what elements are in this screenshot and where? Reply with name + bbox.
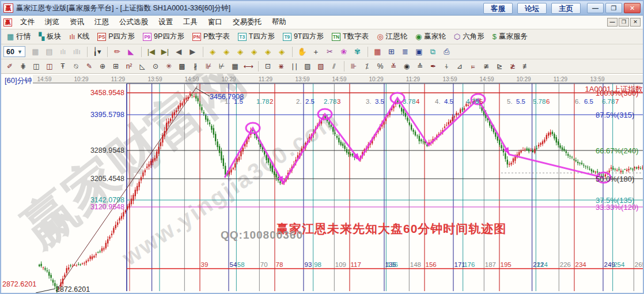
- target-tool-icon[interactable]: ⊕: [96, 61, 109, 72]
- period-combo[interactable]: 60▼: [3, 46, 25, 57]
- candle-style-icon[interactable]: ╽▾: [90, 46, 104, 58]
- j-angle-tool-icon[interactable]: ⫢: [467, 61, 479, 72]
- close-button[interactable]: ✕: [624, 3, 641, 13]
- z-angle-tool-icon[interactable]: ≢: [520, 61, 532, 72]
- chart-canvas[interactable]: 14:5910:2911:2913:5914:5910:2911:2913:59…: [1, 74, 644, 294]
- minimize-button[interactable]: —: [587, 3, 604, 13]
- menu-item[interactable]: 交易委托: [228, 16, 267, 29]
- report-view-icon[interactable]: ▤: [43, 46, 56, 58]
- restore-button[interactable]: ❐: [605, 3, 622, 13]
- gold-line-tool-icon[interactable]: ≙: [414, 61, 426, 72]
- percent-line-tool-icon[interactable]: ≚: [387, 61, 400, 72]
- grid-b-tool-icon[interactable]: ⊬: [215, 61, 228, 72]
- hand-tool-icon[interactable]: ✋: [296, 46, 309, 58]
- star-tool-icon[interactable]: ✳: [162, 61, 175, 72]
- calendar-tool-icon[interactable]: ▦: [371, 46, 384, 58]
- first-bar-icon[interactable]: |◀: [145, 46, 158, 58]
- toolbar-winner-wheel-button[interactable]: ◉赢家轮: [412, 30, 449, 43]
- t-line-tool-icon[interactable]: Ŧ: [56, 61, 69, 72]
- child-restore-button[interactable]: ❐: [619, 18, 629, 27]
- angle-ruler-tool-icon[interactable]: ◺: [136, 61, 149, 72]
- bars-small-icon[interactable]: ılı: [56, 46, 70, 58]
- menu-item[interactable]: 资讯: [65, 16, 89, 29]
- box-net-tool-icon[interactable]: ▧: [315, 61, 327, 72]
- bars-large-icon[interactable]: ıllı: [70, 46, 84, 58]
- calculator-tool-icon[interactable]: ⊞: [385, 46, 398, 58]
- brain-tool-icon[interactable]: ✾: [351, 46, 364, 58]
- grid-a-tool-icon[interactable]: ⊮: [202, 61, 215, 72]
- f-angle-tool-icon[interactable]: ≇: [480, 61, 493, 72]
- toolbar-gann-wheel-button[interactable]: ◎江恩轮: [373, 30, 411, 43]
- toolbar-quotes-button[interactable]: ▦行情: [3, 30, 34, 43]
- menu-item[interactable]: 设置: [153, 16, 178, 29]
- a-frame-tool-icon[interactable]: ⍭: [440, 61, 453, 72]
- percent-slash-tool-icon[interactable]: ⁒: [361, 61, 373, 72]
- step-forward-icon[interactable]: ▶: [186, 46, 199, 58]
- menu-item[interactable]: 文件: [15, 16, 40, 29]
- child-minimize-button[interactable]: —: [607, 18, 618, 27]
- toolbar-hexagon-button[interactable]: ⬡六角形: [450, 30, 488, 43]
- crosshair-tool-icon[interactable]: ＋: [309, 46, 323, 58]
- toolbar-9t-square-button[interactable]: T99T四方形: [279, 30, 327, 43]
- box-angle-tool-icon[interactable]: ⊡: [262, 61, 274, 72]
- menu-item[interactable]: 江恩: [89, 16, 114, 29]
- hash-grid-tool-icon[interactable]: ⋕: [17, 61, 29, 72]
- menu-item[interactable]: 帮助: [267, 16, 291, 29]
- toolbar-p-square-button[interactable]: PSP四方形: [94, 30, 138, 43]
- hash2-tool-icon[interactable]: ⊞: [109, 61, 122, 72]
- toolbar-t-number-button[interactable]: TNT数字表: [328, 30, 372, 43]
- rays-tool-icon[interactable]: ⋇: [275, 61, 287, 72]
- pencil-tool-icon[interactable]: ✎: [83, 61, 96, 72]
- toolbar-winner-service-button[interactable]: $赢家服务: [489, 30, 531, 43]
- percent-tool-icon[interactable]: %: [374, 61, 387, 72]
- gold-grid2-tool-icon[interactable]: ◫: [43, 61, 56, 72]
- vline-tool-icon[interactable]: ∣∣: [288, 61, 301, 72]
- menu-item[interactable]: 浏览: [40, 16, 65, 29]
- red-grid-tool-icon[interactable]: ▩: [176, 61, 188, 72]
- stats-tool-icon[interactable]: ⊪: [347, 61, 360, 72]
- child-close-button[interactable]: ✕: [630, 18, 641, 27]
- menu-item[interactable]: 窗口: [203, 16, 228, 29]
- quick-button-1[interactable]: 客服: [483, 3, 513, 14]
- save-tool-icon[interactable]: ▣: [412, 46, 426, 58]
- quick-button-2[interactable]: 论坛: [517, 3, 547, 14]
- export-tool-icon[interactable]: ⧉: [426, 46, 440, 58]
- diamond-expand-all-icon[interactable]: ◈: [275, 46, 289, 58]
- x-angle-tool-icon[interactable]: ≵: [506, 61, 519, 72]
- print-tool-icon[interactable]: ⎙: [440, 46, 453, 58]
- menu-item[interactable]: 工具: [178, 16, 203, 29]
- last-bar-icon[interactable]: ▶|: [158, 46, 172, 58]
- spiral-tool-icon[interactable]: ⍉: [70, 61, 82, 72]
- menu-item[interactable]: 公式选股: [114, 16, 153, 29]
- toolbar-t-square-button[interactable]: T3T四方形: [234, 30, 278, 43]
- pen-tool-icon[interactable]: ✐: [3, 61, 16, 72]
- diamond-hmove-icon[interactable]: ◈: [234, 46, 247, 58]
- gold2-tool-icon[interactable]: ⊿: [453, 61, 466, 72]
- quick-button-3[interactable]: 主页: [551, 3, 581, 14]
- n2-square-tool-icon[interactable]: n²: [123, 61, 135, 72]
- toolbar-p-number-button[interactable]: PNP数字表: [189, 30, 233, 43]
- diamond-right-icon[interactable]: ◈: [220, 46, 233, 58]
- pause-tool-icon[interactable]: ∦: [189, 61, 202, 72]
- diamond-left-icon[interactable]: ◈: [206, 46, 219, 58]
- ink-tool-icon[interactable]: ✒: [427, 61, 440, 72]
- gold-circle-tool-icon[interactable]: ◉: [400, 61, 413, 72]
- gold-grid-tool-icon[interactable]: ◫: [30, 61, 43, 72]
- color-bars-icon[interactable]: ◣: [124, 46, 138, 58]
- box-hatch-tool-icon[interactable]: ▨: [301, 61, 314, 72]
- gann-brush-icon[interactable]: ✏: [111, 46, 124, 58]
- toolbar-sectors-button[interactable]: ▚板块: [35, 30, 65, 43]
- hspan-tool-icon[interactable]: ⟷: [242, 61, 255, 72]
- title-bar[interactable]: 赢 赢家江恩专业版[赢家服务平台] - [上证指数 SH1A0001-336[6…: [1, 1, 643, 16]
- grid-123-tool-icon[interactable]: ▦: [229, 61, 241, 72]
- step-back-icon[interactable]: ◀: [172, 46, 185, 58]
- diamond-compress-icon[interactable]: ◈: [248, 46, 261, 58]
- s-angle-tool-icon[interactable]: ⊵: [493, 61, 506, 72]
- scissors-tool-icon[interactable]: ✂: [323, 46, 336, 58]
- pattern-view-icon[interactable]: ▦: [29, 46, 42, 58]
- diamond-expand-icon[interactable]: ◈: [262, 46, 275, 58]
- notebook-tool-icon[interactable]: ≣: [399, 46, 412, 58]
- toolbar-kline-button[interactable]: ılıK线: [66, 30, 93, 43]
- slashes-tool-icon[interactable]: ⫽: [328, 61, 340, 72]
- flower-tool-icon[interactable]: ❀: [337, 46, 350, 58]
